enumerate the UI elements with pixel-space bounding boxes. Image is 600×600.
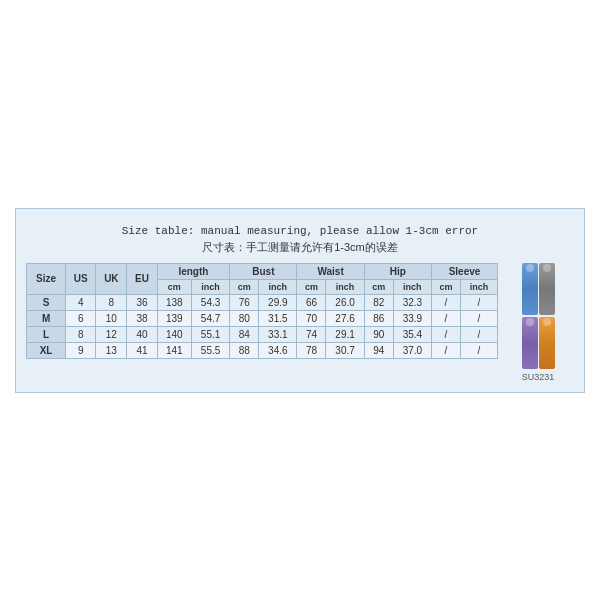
waist-inch: inch: [326, 279, 364, 294]
sleeve-inch: inch: [460, 279, 497, 294]
figure-blue: [522, 263, 538, 315]
hip-inch: inch: [393, 279, 431, 294]
bust-cm: cm: [230, 279, 259, 294]
size-table: Size US UK EU length Bust Waist Hip Slee…: [26, 263, 498, 359]
col-size: Size: [27, 263, 66, 294]
waist-cm: cm: [297, 279, 326, 294]
figure-purple: [522, 317, 538, 369]
hip-cm: cm: [364, 279, 393, 294]
col-uk: UK: [96, 263, 127, 294]
col-hip: Hip: [364, 263, 431, 279]
table-row: L8124014055.18433.17429.19035.4//: [27, 326, 498, 342]
header-row-main: Size US UK EU length Bust Waist Hip Slee…: [27, 263, 498, 279]
title-english: Size table: manual measuring, please all…: [30, 225, 570, 237]
product-image-area: SU3231: [502, 263, 574, 382]
title-chinese: 尺寸表：手工测量请允许有1-3cm的误差: [30, 240, 570, 255]
table-row: M6103813954.78031.57027.68633.9//: [27, 310, 498, 326]
table-row: XL9134114155.58834.67830.79437.0//: [27, 342, 498, 358]
size-chart-container: Size table: manual measuring, please all…: [15, 208, 585, 393]
figure-gray: [539, 263, 555, 315]
col-bust: Bust: [230, 263, 297, 279]
length-cm: cm: [157, 279, 191, 294]
col-waist: Waist: [297, 263, 364, 279]
product-code: SU3231: [522, 372, 555, 382]
col-sleeve: Sleeve: [432, 263, 498, 279]
figure-orange: [539, 317, 555, 369]
col-us: US: [66, 263, 96, 294]
table-wrapper: Size US UK EU length Bust Waist Hip Slee…: [26, 263, 574, 382]
bust-inch: inch: [259, 279, 297, 294]
col-eu: EU: [127, 263, 157, 294]
product-figures: [522, 263, 555, 369]
table-body: S483613854.37629.96626.08232.3//M6103813…: [27, 294, 498, 358]
title-area: Size table: manual measuring, please all…: [26, 219, 574, 263]
length-inch: inch: [191, 279, 229, 294]
table-row: S483613854.37629.96626.08232.3//: [27, 294, 498, 310]
sleeve-cm: cm: [432, 279, 461, 294]
col-length: length: [157, 263, 230, 279]
